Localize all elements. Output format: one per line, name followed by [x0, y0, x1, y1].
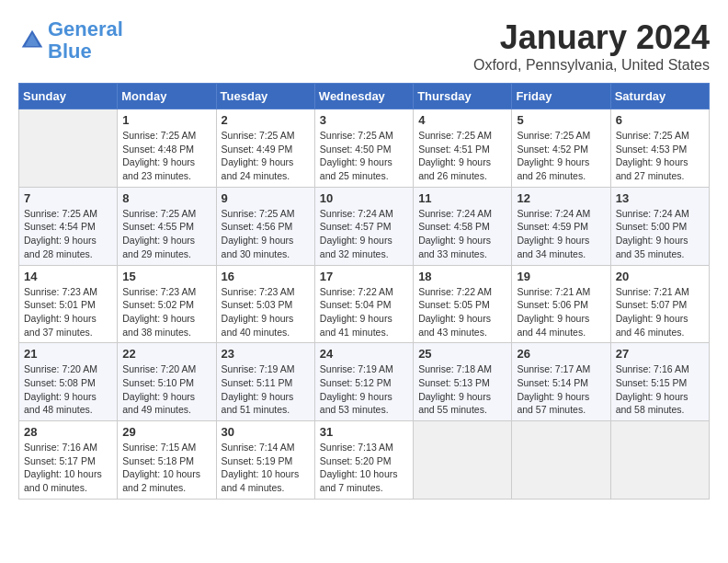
day-number: 1 [122, 113, 210, 127]
day-number: 9 [222, 191, 310, 205]
calendar-cell [512, 421, 610, 500]
day-number: 17 [320, 270, 408, 283]
weekday-header: Friday [512, 84, 610, 109]
calendar-week-row: 21Sunrise: 7:20 AMSunset: 5:08 PMDayligh… [19, 343, 710, 421]
calendar-cell: 21Sunrise: 7:20 AMSunset: 5:08 PMDayligh… [19, 343, 118, 421]
logo-line2: Blue [48, 40, 92, 63]
calendar-cell: 11Sunrise: 7:24 AMSunset: 4:58 PMDayligh… [414, 187, 512, 265]
day-number: 24 [320, 347, 408, 361]
day-info: Sunrise: 7:25 AMSunset: 4:51 PMDaylight:… [418, 129, 506, 183]
day-number: 15 [122, 270, 210, 283]
location: Oxford, Pennsylvania, United States [473, 57, 710, 74]
weekday-header: Thursday [414, 84, 512, 109]
day-info: Sunrise: 7:16 AMSunset: 5:15 PMDaylight:… [616, 362, 704, 417]
calendar-cell: 24Sunrise: 7:19 AMSunset: 5:12 PMDayligh… [314, 343, 413, 421]
day-info: Sunrise: 7:20 AMSunset: 5:10 PMDaylight:… [122, 362, 210, 417]
day-info: Sunrise: 7:21 AMSunset: 5:06 PMDaylight:… [517, 285, 605, 339]
calendar-cell: 19Sunrise: 7:21 AMSunset: 5:06 PMDayligh… [512, 265, 610, 343]
logo: General Blue [18, 18, 123, 63]
day-number: 19 [517, 270, 605, 283]
day-info: Sunrise: 7:14 AMSunset: 5:19 PMDaylight:… [222, 441, 310, 495]
day-number: 12 [517, 191, 605, 205]
day-info: Sunrise: 7:25 AMSunset: 4:52 PMDaylight:… [517, 129, 605, 183]
calendar-cell: 28Sunrise: 7:16 AMSunset: 5:17 PMDayligh… [19, 421, 118, 500]
day-info: Sunrise: 7:25 AMSunset: 4:50 PMDaylight:… [320, 129, 408, 183]
day-info: Sunrise: 7:25 AMSunset: 4:49 PMDaylight:… [222, 129, 310, 183]
calendar-cell: 26Sunrise: 7:17 AMSunset: 5:14 PMDayligh… [512, 343, 610, 421]
day-number: 30 [222, 425, 310, 439]
calendar-cell: 23Sunrise: 7:19 AMSunset: 5:11 PMDayligh… [216, 343, 314, 421]
calendar-week-row: 7Sunrise: 7:25 AMSunset: 4:54 PMDaylight… [19, 187, 710, 265]
day-number: 13 [616, 191, 704, 205]
title-section: January 2024 Oxford, Pennsylvania, Unite… [473, 18, 710, 74]
weekday-header: Tuesday [216, 84, 314, 109]
day-info: Sunrise: 7:22 AMSunset: 5:04 PMDaylight:… [320, 285, 408, 339]
calendar-cell: 16Sunrise: 7:23 AMSunset: 5:03 PMDayligh… [216, 265, 314, 343]
day-number: 4 [418, 113, 506, 127]
weekday-header: Sunday [19, 84, 118, 109]
day-number: 31 [320, 425, 408, 439]
calendar-cell: 27Sunrise: 7:16 AMSunset: 5:15 PMDayligh… [610, 343, 709, 421]
calendar-cell [610, 421, 709, 500]
day-number: 10 [320, 191, 408, 205]
calendar-cell: 17Sunrise: 7:22 AMSunset: 5:04 PMDayligh… [314, 265, 413, 343]
day-number: 2 [222, 113, 310, 127]
day-number: 20 [616, 270, 704, 283]
calendar-cell: 7Sunrise: 7:25 AMSunset: 4:54 PMDaylight… [19, 187, 118, 265]
day-number: 8 [122, 191, 210, 205]
day-info: Sunrise: 7:15 AMSunset: 5:18 PMDaylight:… [122, 441, 210, 495]
day-info: Sunrise: 7:21 AMSunset: 5:07 PMDaylight:… [616, 285, 704, 339]
calendar-cell: 3Sunrise: 7:25 AMSunset: 4:50 PMDaylight… [314, 109, 413, 188]
day-number: 6 [616, 113, 704, 127]
day-number: 25 [418, 347, 506, 361]
day-info: Sunrise: 7:25 AMSunset: 4:48 PMDaylight:… [122, 129, 210, 183]
calendar-cell: 31Sunrise: 7:13 AMSunset: 5:20 PMDayligh… [314, 421, 413, 500]
calendar-cell: 5Sunrise: 7:25 AMSunset: 4:52 PMDaylight… [512, 109, 610, 188]
calendar-week-row: 1Sunrise: 7:25 AMSunset: 4:48 PMDaylight… [19, 109, 710, 188]
page-header: General Blue January 2024 Oxford, Pennsy… [18, 18, 710, 74]
day-info: Sunrise: 7:16 AMSunset: 5:17 PMDaylight:… [24, 441, 112, 495]
weekday-header-row: SundayMondayTuesdayWednesdayThursdayFrid… [19, 84, 710, 109]
day-number: 21 [24, 347, 112, 361]
day-number: 26 [517, 347, 605, 361]
logo-icon [18, 27, 46, 54]
calendar-cell: 29Sunrise: 7:15 AMSunset: 5:18 PMDayligh… [118, 421, 216, 500]
day-info: Sunrise: 7:25 AMSunset: 4:55 PMDaylight:… [122, 207, 210, 261]
day-number: 11 [418, 191, 506, 205]
calendar-cell: 22Sunrise: 7:20 AMSunset: 5:10 PMDayligh… [118, 343, 216, 421]
calendar-cell: 10Sunrise: 7:24 AMSunset: 4:57 PMDayligh… [314, 187, 413, 265]
calendar-cell: 9Sunrise: 7:25 AMSunset: 4:56 PMDaylight… [216, 187, 314, 265]
calendar-cell: 6Sunrise: 7:25 AMSunset: 4:53 PMDaylight… [610, 109, 709, 188]
calendar-cell [19, 109, 118, 188]
calendar-cell: 30Sunrise: 7:14 AMSunset: 5:19 PMDayligh… [216, 421, 314, 500]
calendar-cell: 20Sunrise: 7:21 AMSunset: 5:07 PMDayligh… [610, 265, 709, 343]
calendar-cell: 15Sunrise: 7:23 AMSunset: 5:02 PMDayligh… [118, 265, 216, 343]
calendar-cell [414, 421, 512, 500]
calendar-cell: 4Sunrise: 7:25 AMSunset: 4:51 PMDaylight… [414, 109, 512, 188]
calendar-cell: 12Sunrise: 7:24 AMSunset: 4:59 PMDayligh… [512, 187, 610, 265]
day-number: 16 [222, 270, 310, 283]
calendar-week-row: 14Sunrise: 7:23 AMSunset: 5:01 PMDayligh… [19, 265, 710, 343]
day-info: Sunrise: 7:23 AMSunset: 5:03 PMDaylight:… [222, 285, 310, 339]
day-number: 23 [222, 347, 310, 361]
day-info: Sunrise: 7:22 AMSunset: 5:05 PMDaylight:… [418, 285, 506, 339]
day-info: Sunrise: 7:19 AMSunset: 5:12 PMDaylight:… [320, 362, 408, 417]
day-number: 18 [418, 270, 506, 283]
weekday-header: Saturday [610, 84, 709, 109]
day-info: Sunrise: 7:18 AMSunset: 5:13 PMDaylight:… [418, 362, 506, 417]
day-number: 5 [517, 113, 605, 127]
calendar-cell: 25Sunrise: 7:18 AMSunset: 5:13 PMDayligh… [414, 343, 512, 421]
calendar-cell: 13Sunrise: 7:24 AMSunset: 5:00 PMDayligh… [610, 187, 709, 265]
day-number: 7 [24, 191, 112, 205]
logo-text: General Blue [48, 18, 123, 63]
day-info: Sunrise: 7:25 AMSunset: 4:56 PMDaylight:… [222, 207, 310, 261]
day-number: 22 [122, 347, 210, 361]
day-info: Sunrise: 7:19 AMSunset: 5:11 PMDaylight:… [222, 362, 310, 417]
day-info: Sunrise: 7:20 AMSunset: 5:08 PMDaylight:… [24, 362, 112, 417]
calendar-cell: 14Sunrise: 7:23 AMSunset: 5:01 PMDayligh… [19, 265, 118, 343]
calendar-cell: 2Sunrise: 7:25 AMSunset: 4:49 PMDaylight… [216, 109, 314, 188]
day-info: Sunrise: 7:25 AMSunset: 4:53 PMDaylight:… [616, 129, 704, 183]
day-number: 28 [24, 425, 112, 439]
day-info: Sunrise: 7:17 AMSunset: 5:14 PMDaylight:… [517, 362, 605, 417]
day-info: Sunrise: 7:24 AMSunset: 4:58 PMDaylight:… [418, 207, 506, 261]
